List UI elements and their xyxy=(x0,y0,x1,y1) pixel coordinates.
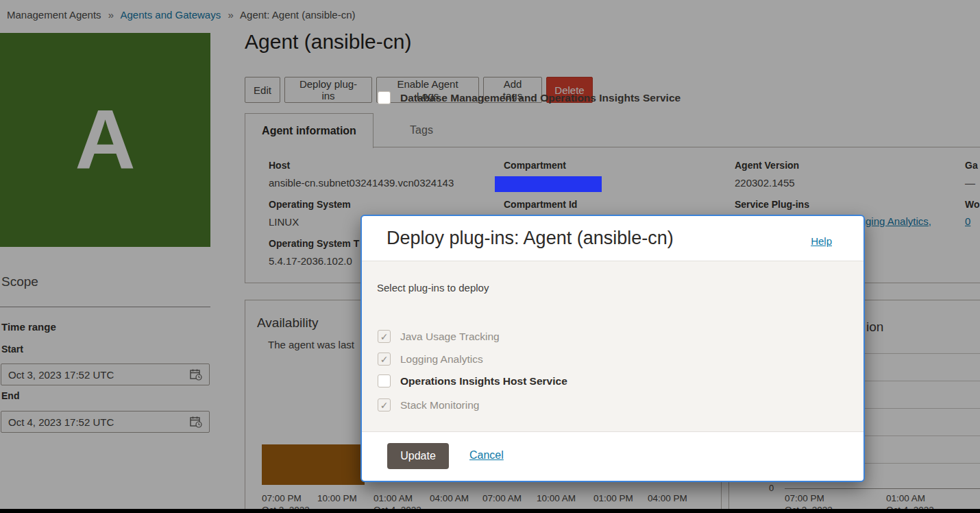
check-icon: ✓ xyxy=(380,401,389,410)
checkbox-checked-disabled: ✓ xyxy=(378,330,391,343)
checkbox-row-java-usage-tracking: ✓ Java Usage Tracking xyxy=(378,330,500,343)
checkbox-checked-disabled: ✓ xyxy=(378,353,391,366)
checkbox-row-stack-monitoring: ✓ Stack Monitoring xyxy=(378,398,479,411)
compartment-redaction xyxy=(495,176,602,192)
checkbox-label: Database Management and Operations Insig… xyxy=(400,92,681,104)
checkbox-label: Java Usage Tracking xyxy=(400,331,500,343)
checkbox-row-logging-analytics: ✓ Logging Analytics xyxy=(378,353,483,366)
checkbox-label: Logging Analytics xyxy=(400,353,483,366)
dialog-title: Deploy plug-ins: Agent (ansible-cn) xyxy=(387,228,674,249)
checkbox-label: Operations Insights Host Service xyxy=(400,375,567,387)
screen: Management Agents » Agents and Gateways … xyxy=(0,0,980,513)
check-icon: ✓ xyxy=(380,332,389,342)
select-plugins-prompt: Select plug-ins to deploy xyxy=(377,282,489,294)
checkbox-unchecked[interactable] xyxy=(378,374,391,387)
deploy-plugins-dialog: Deploy plug-ins: Agent (ansible-cn) Help… xyxy=(360,215,865,482)
checkbox-checked-disabled: ✓ xyxy=(378,398,391,411)
check-icon: ✓ xyxy=(380,355,389,364)
bottom-black-bar xyxy=(0,509,980,513)
update-button[interactable]: Update xyxy=(387,443,449,469)
checkbox-label: Stack Monitoring xyxy=(400,399,479,411)
checkbox-row-database-management[interactable]: Database Management and Operations Insig… xyxy=(378,91,681,104)
cancel-link[interactable]: Cancel xyxy=(469,449,504,462)
checkbox-row-operations-insights-host[interactable]: Operations Insights Host Service xyxy=(378,374,567,387)
checkbox-unchecked[interactable] xyxy=(378,91,391,104)
help-link[interactable]: Help xyxy=(811,235,832,247)
